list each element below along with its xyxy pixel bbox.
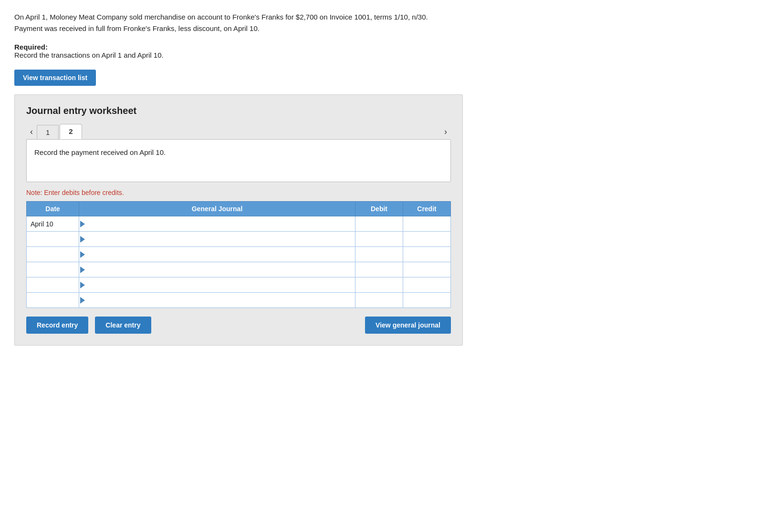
cell-debit-2[interactable]	[355, 247, 403, 262]
journal-table: Date General Journal Debit Credit April …	[26, 201, 451, 308]
triangle-icon	[80, 282, 85, 288]
table-row	[27, 232, 451, 247]
cell-debit-5[interactable]	[355, 293, 403, 308]
required-section: Required: Record the transactions on Apr…	[14, 43, 748, 59]
credit-input-3[interactable]	[403, 263, 450, 277]
tab-2[interactable]: 2	[60, 124, 82, 139]
credit-input-1[interactable]	[403, 232, 450, 246]
tab-1[interactable]: 1	[37, 125, 59, 139]
col-header-debit: Debit	[355, 202, 403, 216]
triangle-icon	[80, 297, 85, 304]
triangle-icon	[80, 266, 85, 273]
cell-date-3	[27, 262, 79, 277]
cell-general-2[interactable]	[79, 247, 355, 262]
credit-input-4[interactable]	[403, 278, 450, 292]
clear-entry-button[interactable]: Clear entry	[95, 317, 151, 334]
col-header-credit: Credit	[403, 202, 451, 216]
note-text: Note: Enter debits before credits.	[26, 189, 451, 196]
triangle-icon	[80, 236, 85, 243]
problem-line2: Payment was received in full from Fronke…	[14, 24, 260, 32]
cell-general-3[interactable]	[79, 262, 355, 277]
triangle-icon	[80, 251, 85, 258]
record-entry-button[interactable]: Record entry	[26, 317, 88, 334]
cell-credit-3[interactable]	[403, 262, 451, 277]
debit-input-0[interactable]	[355, 217, 403, 231]
worksheet-content: Record the payment received on April 10.	[26, 139, 451, 182]
debit-input-2[interactable]	[355, 247, 403, 262]
cell-debit-0[interactable]	[355, 216, 403, 232]
tabs-row: ‹ 1 2 ›	[26, 124, 451, 139]
general-input-1[interactable]	[85, 232, 355, 246]
problem-line1: On April 1, Moloney Meat Company sold me…	[14, 13, 428, 21]
cell-credit-5[interactable]	[403, 293, 451, 308]
view-transaction-button[interactable]: View transaction list	[14, 70, 96, 86]
table-row: April 10	[27, 216, 451, 232]
tab-next-chevron[interactable]: ›	[440, 125, 451, 138]
debit-input-4[interactable]	[355, 278, 403, 292]
worksheet-container: Journal entry worksheet ‹ 1 2 › Record t…	[14, 94, 463, 346]
cell-general-5[interactable]	[79, 293, 355, 308]
cell-credit-1[interactable]	[403, 232, 451, 247]
general-input-5[interactable]	[85, 293, 355, 307]
cell-debit-4[interactable]	[355, 277, 403, 293]
cell-general-0[interactable]	[79, 216, 355, 232]
cell-date-1	[27, 232, 79, 247]
debit-input-5[interactable]	[355, 293, 403, 307]
cell-credit-2[interactable]	[403, 247, 451, 262]
cell-date-5	[27, 293, 79, 308]
general-input-2[interactable]	[85, 247, 355, 262]
col-header-general: General Journal	[79, 202, 355, 216]
required-body: Record the transactions on April 1 and A…	[14, 51, 748, 59]
triangle-icon	[80, 221, 85, 227]
debit-input-1[interactable]	[355, 232, 403, 246]
cell-date-0: April 10	[27, 216, 79, 232]
table-row	[27, 247, 451, 262]
tab-previous-chevron[interactable]: ‹	[26, 125, 37, 138]
buttons-row: Record entry Clear entry View general jo…	[26, 317, 451, 334]
worksheet-title: Journal entry worksheet	[26, 105, 451, 116]
debit-input-3[interactable]	[355, 263, 403, 277]
cell-date-4	[27, 277, 79, 293]
cell-date-2	[27, 247, 79, 262]
worksheet-instruction: Record the payment received on April 10.	[34, 148, 443, 156]
cell-debit-3[interactable]	[355, 262, 403, 277]
cell-credit-4[interactable]	[403, 277, 451, 293]
table-row	[27, 277, 451, 293]
problem-text: On April 1, Moloney Meat Company sold me…	[14, 11, 468, 34]
credit-input-0[interactable]	[403, 217, 450, 231]
cell-general-1[interactable]	[79, 232, 355, 247]
cell-debit-1[interactable]	[355, 232, 403, 247]
cell-credit-0[interactable]	[403, 216, 451, 232]
general-input-3[interactable]	[85, 263, 355, 277]
general-input-0[interactable]	[85, 217, 355, 231]
general-input-4[interactable]	[85, 278, 355, 292]
cell-general-4[interactable]	[79, 277, 355, 293]
table-row	[27, 262, 451, 277]
credit-input-2[interactable]	[403, 247, 450, 262]
view-general-journal-button[interactable]: View general journal	[365, 317, 451, 334]
table-row	[27, 293, 451, 308]
credit-input-5[interactable]	[403, 293, 450, 307]
col-header-date: Date	[27, 202, 79, 216]
required-label: Required:	[14, 43, 748, 51]
